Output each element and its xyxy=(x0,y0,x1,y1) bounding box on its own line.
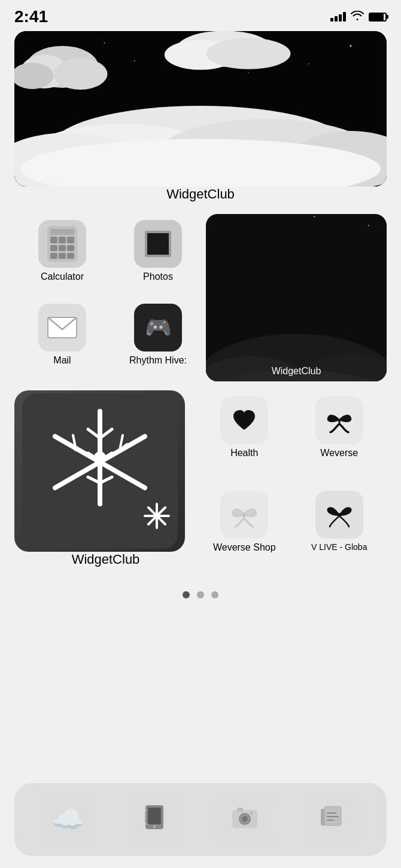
svg-point-52 xyxy=(154,513,160,519)
files-icon xyxy=(318,804,347,836)
svg-point-15 xyxy=(206,38,290,69)
status-time: 2:41 xyxy=(14,7,48,26)
signal-icon xyxy=(330,12,346,22)
svg-rect-66 xyxy=(327,820,334,821)
main-content: WidgetClub xyxy=(0,31,401,598)
svg-rect-55 xyxy=(148,808,161,824)
mail-icon xyxy=(38,304,86,352)
camera-icon xyxy=(230,804,260,836)
app-item-calculator[interactable]: Calculator xyxy=(14,214,110,298)
row2-container: Calculator Photos Mail xyxy=(14,214,387,381)
dot-1[interactable] xyxy=(197,591,204,598)
mail-label: Mail xyxy=(53,355,71,366)
moon-widget[interactable]: WidgetClub xyxy=(206,214,387,381)
weverse-label: Weverse xyxy=(320,448,358,459)
weverse-icon xyxy=(315,396,363,444)
dock-item-weather[interactable]: ☁️ xyxy=(41,793,95,846)
row3-container: WidgetClub Health xyxy=(14,390,387,579)
wifi-icon xyxy=(351,11,364,23)
weverse-shop-icon xyxy=(220,491,268,539)
svg-point-56 xyxy=(153,825,156,828)
app-item-mail[interactable]: Mail xyxy=(14,298,110,381)
moon-widget-label: WidgetClub xyxy=(206,366,387,377)
top-widget-label: WidgetClub xyxy=(14,187,387,202)
rhythm-hive-label: Rhythm Hive: xyxy=(129,355,187,366)
health-icon xyxy=(220,396,268,444)
row2-left-apps: Calculator Photos Mail xyxy=(14,214,206,381)
photos-icon xyxy=(134,220,182,268)
app-item-rhythm-hive[interactable]: 🎮 Rhythm Hive: xyxy=(110,298,206,381)
svg-rect-58 xyxy=(237,808,243,811)
dock: ☁️ xyxy=(14,783,387,856)
svg-point-27 xyxy=(368,225,369,226)
app-item-photos[interactable]: Photos xyxy=(110,214,206,298)
rhythm-hive-icon: 🎮 xyxy=(134,304,182,352)
status-bar: 2:41 xyxy=(0,0,401,31)
svg-point-53 xyxy=(338,513,341,516)
dock-item-camera[interactable] xyxy=(218,793,272,846)
vlive-icon xyxy=(315,491,363,539)
dock-item-files[interactable] xyxy=(306,793,360,846)
svg-point-11 xyxy=(53,59,107,90)
svg-point-5 xyxy=(350,45,351,47)
battery-icon xyxy=(369,13,387,22)
svg-point-60 xyxy=(242,816,248,822)
svg-point-47 xyxy=(94,451,106,463)
weverse-shop-label: Weverse Shop xyxy=(213,542,276,553)
snowflake-widget-label: WidgetClub xyxy=(14,552,197,567)
calculator-label: Calculator xyxy=(41,271,84,282)
health-label: Health xyxy=(230,448,258,459)
dot-0[interactable] xyxy=(183,591,190,598)
snowflake-widget[interactable]: WidgetClub xyxy=(14,390,197,579)
snowflake-widget-inner xyxy=(14,390,185,552)
dock-item-phone[interactable] xyxy=(129,793,183,846)
svg-point-6 xyxy=(308,63,309,65)
app-item-weverse[interactable]: Weverse xyxy=(292,390,387,485)
dot-2[interactable] xyxy=(211,591,218,598)
calculator-icon xyxy=(38,220,86,268)
svg-rect-65 xyxy=(327,816,339,817)
photos-label: Photos xyxy=(143,271,173,282)
row3-right-apps: Health Weverse xyxy=(197,390,387,579)
app-item-health[interactable]: Health xyxy=(197,390,292,485)
page-dots xyxy=(14,591,387,598)
svg-point-28 xyxy=(314,216,315,217)
top-widget[interactable] xyxy=(14,31,387,187)
svg-point-8 xyxy=(248,72,249,74)
svg-point-2 xyxy=(104,42,105,44)
weather-icon: ☁️ xyxy=(51,804,84,835)
svg-point-7 xyxy=(134,60,135,62)
vlive-label: V LIVE - Globa xyxy=(311,542,367,552)
svg-rect-64 xyxy=(327,812,336,814)
status-icons xyxy=(330,11,387,23)
app-item-vlive[interactable]: V LIVE - Globa xyxy=(292,485,387,579)
phone-icon xyxy=(143,804,169,836)
app-item-weverse-shop[interactable]: Weverse Shop xyxy=(197,485,292,579)
svg-point-61 xyxy=(250,811,253,815)
